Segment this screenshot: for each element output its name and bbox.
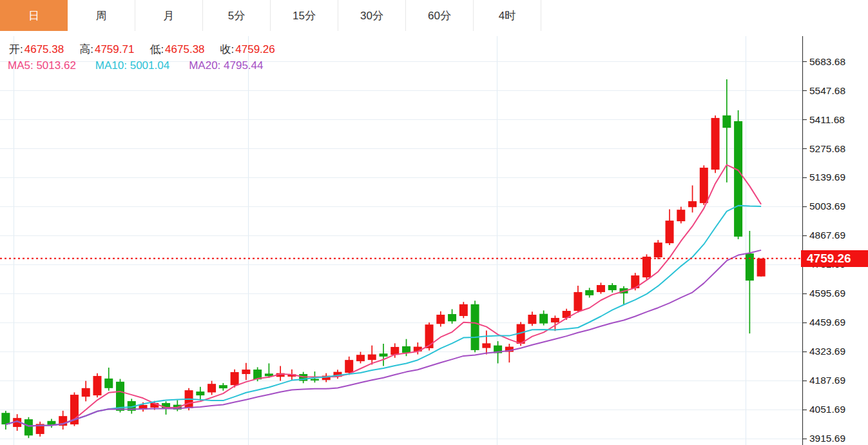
candle-body (459, 304, 468, 316)
ma-info-row: MA5: 5013.62MA10: 5001.04MA20: 4795.44 (8, 59, 263, 72)
y-axis-tick-label: 5411.68 (809, 114, 845, 125)
candle-body (528, 315, 536, 324)
candle-body (380, 353, 388, 357)
ohlc-item: 低:4675.38 (149, 42, 204, 57)
ohlc-info-row: 开:4675.38高:4759.71低:4675.38收:4759.26 (9, 42, 275, 57)
candle-body (448, 314, 456, 321)
y-axis-tick-label: 4595.69 (809, 288, 845, 299)
candle-body (1, 413, 10, 424)
y-axis-tick-label: 4051.69 (809, 404, 845, 415)
y-axis: 5683.685547.685411.685275.685139.695003.… (802, 36, 845, 445)
y-axis-tick-label: 5275.68 (809, 143, 845, 154)
y-axis-tick-label: 5683.68 (809, 56, 845, 67)
candle-body (93, 376, 101, 395)
candle-body (345, 360, 353, 373)
candle-body (551, 318, 559, 322)
candle-body (597, 285, 605, 292)
y-axis-tick-label: 4867.69 (809, 230, 845, 241)
tab-timeframe-1[interactable]: 日 (0, 0, 68, 31)
candle-body (539, 314, 548, 324)
tab-timeframe-2[interactable]: 周 (68, 0, 135, 31)
ma-item: MA5: 5013.62 (8, 59, 76, 72)
candle-body (574, 292, 582, 311)
candle-body (711, 118, 720, 170)
candle-body (482, 343, 490, 348)
y-axis-tick-label: 5003.69 (809, 201, 845, 212)
candle-body (654, 242, 662, 257)
y-axis-tick-label: 4459.69 (809, 317, 845, 328)
candle-body (677, 210, 685, 221)
candle-body (196, 391, 204, 395)
candle-body (356, 355, 365, 361)
candle-body (700, 168, 708, 203)
candle-body (425, 324, 434, 348)
ohlc-item: 收:4759.26 (220, 42, 275, 57)
tab-timeframe-6[interactable]: 30分 (338, 0, 406, 31)
tab-timeframe-7[interactable]: 60分 (406, 0, 474, 31)
candle-body (242, 370, 250, 374)
candle-body (311, 379, 319, 381)
candle-body (207, 384, 216, 392)
candle-body (368, 355, 376, 361)
candle-body (666, 221, 674, 243)
current-price-value: 4759.26 (807, 252, 851, 266)
candle-body (414, 347, 422, 351)
candle-body (688, 201, 697, 207)
y-axis-tick-label: 4323.69 (809, 346, 845, 357)
kline-app: 5683.685547.685411.685275.685139.695003.… (0, 0, 868, 445)
y-axis-tick-label: 5139.69 (809, 172, 845, 183)
candle-body (231, 372, 239, 385)
candle-body (24, 419, 33, 435)
ohlc-item: 开:4675.38 (9, 42, 64, 57)
y-axis-tick-label: 5547.68 (809, 85, 845, 96)
candle-body (734, 121, 742, 237)
y-axis-tick-label: 4187.69 (809, 375, 845, 386)
timeframe-tabbar: 日周月5分15分30分60分4时 (0, 0, 541, 31)
ohlc-item: 高:4759.71 (79, 42, 134, 57)
candle-body (116, 382, 124, 411)
candle-body (82, 388, 90, 397)
ma-item: MA10: 5001.04 (95, 59, 169, 72)
candle-body (219, 385, 227, 388)
ma-item: MA20: 4795.44 (189, 59, 263, 72)
tab-timeframe-8[interactable]: 4时 (474, 0, 541, 31)
candle-body (608, 285, 617, 290)
candle-body (585, 290, 593, 295)
candle-body (471, 304, 479, 350)
candle-body (402, 346, 410, 353)
candle-body (436, 315, 445, 324)
candle-body (757, 259, 766, 277)
candle-body (642, 257, 651, 277)
candle-body (722, 115, 731, 128)
tab-timeframe-5[interactable]: 15分 (271, 0, 338, 31)
y-axis-tick-label: 3915.69 (809, 433, 845, 444)
tab-timeframe-3[interactable]: 月 (135, 0, 203, 31)
candle-body (104, 379, 113, 388)
tab-timeframe-4[interactable]: 5分 (203, 0, 271, 31)
candle-body (746, 253, 754, 281)
current-price-badge: 4759.26 (801, 250, 868, 267)
